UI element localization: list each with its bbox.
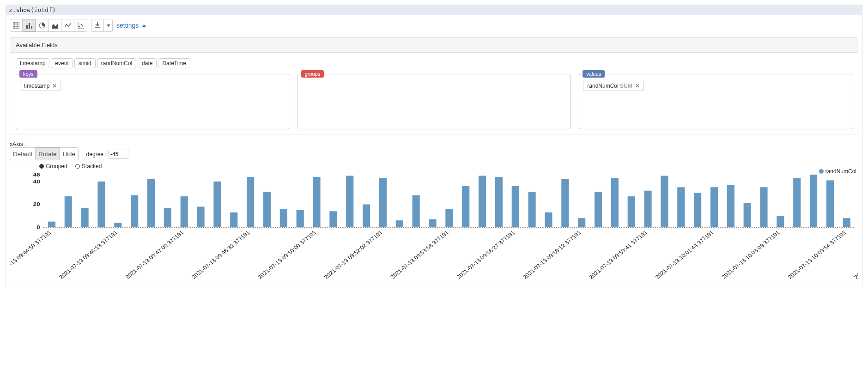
- svg-point-11: [79, 26, 80, 27]
- bar-chart-svg: 02040462021-07-13 09:44:50.3771912021-07…: [10, 170, 858, 281]
- bar-chart-button[interactable]: [23, 19, 36, 32]
- grouped-radio[interactable]: Grouped: [39, 163, 67, 170]
- svg-rect-25: [131, 195, 138, 227]
- svg-rect-34: [280, 209, 287, 227]
- keys-dropzone[interactable]: timestamp✕: [16, 74, 289, 129]
- svg-rect-48: [512, 186, 519, 227]
- svg-rect-40: [379, 178, 387, 227]
- svg-text:2021-07-13 10:03:54.377191: 2021-07-13 10:03:54.377191: [786, 230, 848, 280]
- groups-dropzone[interactable]: [297, 74, 571, 129]
- chart-group-options: Grouped Stacked: [39, 163, 858, 170]
- svg-rect-49: [528, 192, 536, 227]
- field-pill-timestamp[interactable]: timestamp: [16, 58, 49, 68]
- settings-toggle[interactable]: settings: [116, 22, 146, 29]
- svg-rect-27: [164, 208, 171, 227]
- settings-panel-body: timestampeventsimidrandNumColdateDateTim…: [10, 53, 858, 134]
- values-tag-randNumCol[interactable]: randNumCol SUM✕: [583, 81, 643, 91]
- grouped-radio-label: Grouped: [46, 163, 67, 170]
- keys-tag-timestamp[interactable]: timestamp✕: [20, 81, 61, 91]
- groups-column: groups: [297, 74, 571, 129]
- remove-tag-icon[interactable]: ✕: [52, 83, 57, 89]
- field-pill-date[interactable]: date: [138, 58, 157, 68]
- svg-rect-24: [114, 223, 121, 227]
- svg-text:40: 40: [33, 179, 40, 185]
- svg-rect-30: [213, 182, 221, 227]
- settings-panel: Available Fields timestampeventsimidrand…: [10, 37, 858, 134]
- svg-rect-28: [181, 196, 188, 227]
- download-button[interactable]: [91, 19, 104, 32]
- svg-rect-58: [677, 187, 685, 227]
- pie-chart-icon: [39, 22, 45, 29]
- chart-legend: randNumCol: [819, 168, 856, 175]
- stacked-radio[interactable]: Stacked: [75, 163, 102, 170]
- groups-label: groups: [301, 70, 324, 78]
- svg-text:2021-07-13 09:50:00.377191: 2021-07-13 09:50:00.377191: [256, 230, 318, 280]
- svg-rect-54: [611, 178, 619, 227]
- svg-rect-67: [826, 180, 834, 227]
- svg-rect-32: [247, 177, 254, 227]
- svg-rect-26: [147, 179, 155, 227]
- svg-rect-59: [694, 193, 701, 227]
- svg-rect-0: [13, 22, 19, 29]
- degree-label: degree :: [86, 151, 107, 158]
- legend-swatch-icon: [819, 169, 824, 174]
- pie-chart-button[interactable]: [36, 19, 49, 32]
- svg-text:2021-07-13 09:47:09.377191: 2021-07-13 09:47:09.377191: [124, 230, 185, 280]
- svg-text:2021-07-13 09:58:12.377191: 2021-07-13 09:58:12.377191: [522, 230, 583, 280]
- svg-text:2021-07-13 09:52:02.377191: 2021-07-13 09:52:02.377191: [323, 230, 384, 280]
- line-chart-icon: [65, 22, 71, 29]
- svg-rect-38: [346, 176, 353, 227]
- svg-text:2021-07-13 09:46:13.377191: 2021-07-13 09:46:13.377191: [58, 230, 119, 280]
- svg-rect-21: [65, 196, 72, 227]
- svg-rect-20: [48, 222, 55, 227]
- chart-area: randNumCol 02040462021-07-13 09:44:50.37…: [10, 170, 858, 282]
- svg-rect-31: [230, 212, 237, 227]
- table-view-button[interactable]: [10, 19, 23, 32]
- svg-text:2021-07-13 09:59:41.377191: 2021-07-13 09:59:41.377191: [588, 230, 649, 280]
- field-pill-DateTime[interactable]: DateTime: [158, 58, 190, 68]
- svg-rect-39: [363, 204, 370, 227]
- svg-text:2021-07-13 09:48:32.377191: 2021-07-13 09:48:32.377191: [190, 230, 252, 280]
- svg-rect-62: [744, 203, 751, 227]
- xaxis-label: xAxis :: [10, 141, 26, 147]
- svg-text:2021-07-13 09:53:58.377191: 2021-07-13 09:53:58.377191: [389, 230, 450, 280]
- line-chart-button[interactable]: [61, 19, 74, 32]
- svg-rect-44: [445, 209, 453, 227]
- xaxis-hide-button[interactable]: Hide: [60, 147, 79, 160]
- radio-empty-icon: [75, 164, 80, 169]
- result-toolbar: settings: [10, 18, 858, 36]
- area-chart-button[interactable]: [49, 19, 61, 32]
- svg-rect-64: [777, 216, 784, 227]
- degree-input[interactable]: [108, 150, 129, 159]
- svg-rect-66: [810, 175, 817, 227]
- field-pill-randNumCol[interactable]: randNumCol: [97, 58, 136, 68]
- field-pill-simid[interactable]: simid: [74, 58, 96, 68]
- values-dropzone[interactable]: randNumCol SUM✕: [579, 74, 852, 129]
- svg-rect-35: [297, 210, 304, 227]
- xaxis-button-group: DefaultRotateHide: [10, 147, 79, 160]
- field-pill-event[interactable]: event: [51, 58, 73, 68]
- viz-type-group: [10, 19, 87, 32]
- table-icon: [13, 22, 19, 29]
- svg-rect-22: [81, 208, 89, 227]
- legend-series-label: randNumCol: [826, 168, 856, 175]
- svg-rect-5: [26, 25, 28, 29]
- svg-text:20: 20: [33, 202, 40, 208]
- svg-rect-7: [31, 26, 32, 29]
- svg-rect-57: [661, 176, 668, 227]
- scatter-chart-button[interactable]: [74, 19, 87, 32]
- xaxis-default-button[interactable]: Default: [10, 147, 36, 160]
- svg-text:2021-07-13 09:56:27.377191: 2021-07-13 09:56:27.377191: [455, 230, 516, 280]
- settings-toggle-label: settings: [116, 22, 139, 29]
- remove-tag-icon[interactable]: ✕: [635, 83, 640, 89]
- svg-rect-61: [727, 185, 734, 227]
- svg-rect-36: [313, 177, 320, 227]
- svg-rect-55: [628, 196, 635, 227]
- download-dropdown-button[interactable]: [104, 19, 113, 32]
- svg-rect-6: [29, 23, 30, 29]
- svg-rect-29: [197, 206, 205, 227]
- keys-column: keys timestamp✕: [16, 74, 289, 129]
- svg-rect-41: [396, 220, 403, 227]
- svg-text:2021-07-13 10:03:09.377191: 2021-07-13 10:03:09.377191: [720, 230, 782, 280]
- xaxis-rotate-button[interactable]: Rotate: [36, 147, 60, 160]
